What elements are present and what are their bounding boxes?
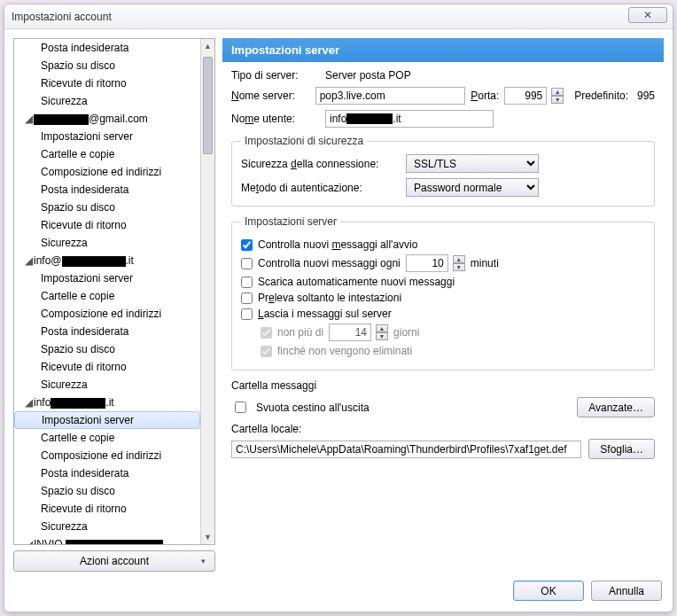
tree-sub-item[interactable]: Spazio su disco [14,340,200,358]
at-most-checkbox [261,327,272,339]
tree-sub-item[interactable]: Ricevute di ritorno [14,500,200,518]
tree-sub-item[interactable]: Impostazioni server [14,411,200,429]
until-deleted-checkbox [261,346,272,357]
tree-sub-item[interactable]: Cartelle e copie [14,429,200,447]
port-spinner[interactable]: ▲▼ [551,88,564,104]
account-actions-button[interactable]: Azioni account ▾ [13,550,215,572]
tree-sub-item[interactable]: Posta indesiderata [14,464,200,482]
server-name-label: Nome server: [231,90,310,102]
messages-legend: Cartella messaggi [231,379,655,392]
auto-download-label: Scarica automaticamente nuovi messaggi [258,276,455,288]
check-interval-label-pre: Controlla nuovi messaggi ogni [258,257,401,269]
server-type-label: Tipo di server: [231,69,320,82]
port-label: Porta: [471,90,499,102]
leave-on-server-checkbox[interactable] [241,308,253,320]
tree-sub-item[interactable]: Composizione ed indirizzi [14,163,200,181]
port-input[interactable] [504,87,547,105]
redacted-icon [62,256,126,267]
close-button[interactable]: ✕ [628,7,667,23]
until-deleted-label: finché non vengono eliminati [277,345,412,357]
account-settings-window: Impostazioni account ✕ Posta indesiderat… [4,4,673,612]
ok-button[interactable]: OK [513,581,584,601]
tree-sub-item[interactable]: Ricevute di ritorno [14,216,200,234]
server-settings-group: Impostazioni server Controlla nuovi mess… [231,215,655,370]
scroll-thumb[interactable] [203,57,213,154]
connection-security-label: Sicurezza della connessione: [241,158,401,170]
account-tree: Posta indesiderataSpazio su discoRicevut… [13,38,215,545]
empty-trash-label: Svuota cestino all'uscita [256,402,570,414]
tree-sub-item[interactable]: Posta indesiderata [14,323,200,340]
panel-header: Impostazioni server [222,38,664,62]
tree-sub-item[interactable]: Posta indesiderata [14,181,200,199]
close-icon: ✕ [643,9,652,21]
scrollbar[interactable]: ▲ ▼ [200,39,214,544]
check-startup-checkbox[interactable] [241,239,253,251]
scroll-down-icon[interactable]: ▼ [201,530,214,544]
scroll-up-icon[interactable]: ▲ [201,39,214,53]
tree-sub-item[interactable]: Impostazioni server [14,269,200,287]
at-most-label-post: giorni [393,326,419,339]
default-port-label: Predefinito: [574,90,628,102]
check-startup-label: Controlla nuovi messaggi all'avvio [258,238,417,251]
tree-sub-item[interactable]: Spazio su disco [14,199,200,216]
username-label: Nome utente: [231,113,320,125]
tree-sub-item[interactable]: Composizione ed indirizzi [14,305,200,323]
empty-trash-checkbox[interactable] [235,402,246,413]
account-node[interactable]: ◢INVIO [14,535,200,544]
tree-sub-item[interactable]: Composizione ed indirizzi [14,447,200,464]
tree-sub-item[interactable]: Impostazioni server [14,128,200,145]
expand-icon[interactable]: ◢ [25,395,34,409]
check-interval-label-post: minuti [471,257,499,269]
headers-only-checkbox[interactable] [241,292,253,304]
interval-spinner[interactable]: ▲▼ [453,255,465,271]
tree-sub-item[interactable]: Cartelle e copie [14,287,200,305]
check-interval-input[interactable] [406,254,448,272]
server-name-input[interactable] [315,87,466,105]
at-most-label-pre: non più di [277,326,323,339]
advanced-button[interactable]: Avanzate… [577,397,655,417]
security-legend: Impostazioni di sicurezza [241,135,367,147]
headers-only-label: Preleva soltanto le intestazioni [258,292,401,304]
tree-sub-item[interactable]: Sicurezza [14,376,200,394]
server-type-value: Server posta POP [325,69,411,82]
titlebar[interactable]: Impostazioni account ✕ [4,4,673,29]
browse-button[interactable]: Sfoglia… [588,439,655,459]
expand-icon[interactable]: ◢ [25,253,34,268]
tree-sub-item[interactable]: Sicurezza [14,92,200,110]
expand-icon[interactable]: ◢ [25,537,34,544]
tree-sub-item[interactable]: Posta indesiderata [14,39,200,57]
chevron-down-icon: ▾ [201,557,206,565]
expand-icon[interactable]: ◢ [25,112,34,126]
leave-on-server-label: Lascia i messaggi sul server [258,308,392,320]
auto-download-checkbox[interactable] [241,277,253,288]
default-port-value: 995 [637,90,655,102]
at-most-input [329,324,371,341]
security-group: Impostazioni di sicurezza Sicurezza dell… [231,135,655,207]
sidebar: Posta indesiderataSpazio su discoRicevut… [13,38,215,572]
account-node[interactable]: ◢info@.it [14,252,200,269]
redacted-icon [51,398,105,409]
dialog-footer: OK Annulla [4,572,673,612]
connection-security-select[interactable]: SSL/TLS [406,154,539,173]
at-most-spinner: ▲▼ [376,324,388,340]
account-node[interactable]: ◢@gmail.com [14,110,200,128]
account-actions-label: Azioni account [80,555,149,567]
username-input[interactable]: info.it [325,110,494,128]
tree-sub-item[interactable]: Sicurezza [14,234,200,252]
tree-sub-item[interactable]: Sicurezza [14,518,200,535]
local-folder-label: Cartella locale: [231,423,655,435]
tree-sub-item[interactable]: Spazio su disco [14,482,200,500]
tree-sub-item[interactable]: Spazio su disco [14,57,200,74]
redacted-icon [34,114,89,125]
main-panel: Impostazioni server Tipo di server: Serv… [222,38,664,572]
account-node[interactable]: ◢info.it [14,394,200,411]
local-folder-input[interactable] [231,441,581,458]
auth-method-select[interactable]: Password normale [406,178,539,197]
tree-sub-item[interactable]: Ricevute di ritorno [14,358,200,376]
cancel-button[interactable]: Annulla [591,581,662,601]
check-interval-checkbox[interactable] [241,258,253,269]
tree-sub-item[interactable]: Cartelle e copie [14,145,200,163]
auth-method-label: Metodo di autenticazione: [241,182,401,194]
messages-section: Cartella messaggi Svuota cestino all'usc… [231,379,655,459]
tree-sub-item[interactable]: Ricevute di ritorno [14,74,200,92]
